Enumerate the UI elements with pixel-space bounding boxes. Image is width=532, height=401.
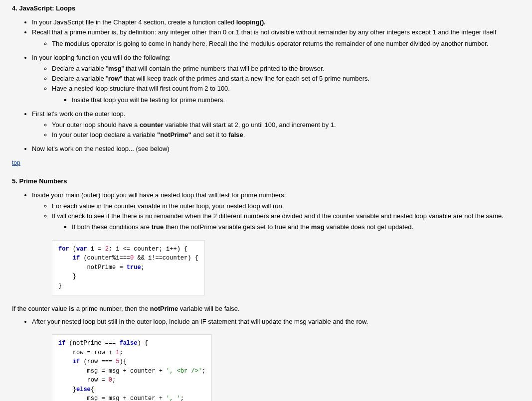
text-bold: true: [152, 223, 164, 231]
code-kw: true: [127, 264, 141, 271]
text-bold: notPrime: [150, 305, 178, 312]
text: Declare a variable ": [52, 75, 108, 82]
code: (notPrime ===: [65, 340, 119, 347]
code-kw: if: [58, 340, 65, 347]
code: row =: [58, 377, 109, 384]
code: (counter%i===: [80, 255, 130, 262]
list-item: Inside your main (outer) loop you will h…: [32, 191, 520, 200]
text: a prime number, then the: [74, 305, 150, 312]
text: .: [243, 131, 245, 138]
list-item: Now let's work on the nested loop... (se…: [32, 144, 520, 153]
code-str: ', <br />': [166, 368, 202, 375]
code: }: [58, 386, 76, 393]
text: Declare a variable ": [52, 65, 108, 72]
code-kw: if: [73, 255, 80, 262]
list-item: In your looping function you will do the…: [32, 53, 520, 62]
text: Your outer loop should have a: [52, 121, 140, 129]
code: msg = msg + counter +: [58, 395, 166, 401]
code: && i!==counter) {: [134, 255, 198, 262]
code: ;: [202, 368, 205, 375]
text-bold: row: [108, 75, 120, 82]
code: ;: [112, 377, 116, 384]
code: ) {: [137, 340, 148, 347]
list-item: In your JavaScript file in the Chapter 4…: [32, 18, 520, 27]
top-link[interactable]: top: [12, 159, 20, 166]
list-item: Have a nested loop structure that will f…: [52, 84, 520, 93]
text-bold: msg: [311, 223, 325, 231]
code: msg = msg + counter +: [58, 368, 166, 375]
code: }: [58, 273, 76, 280]
code: ; i <= counter; i++) {: [109, 246, 187, 253]
code-kw: if: [73, 358, 80, 365]
paragraph: If the counter value is a prime number, …: [12, 304, 520, 313]
text-bold: counter: [140, 121, 164, 129]
code: ;: [141, 264, 145, 271]
text: In your outer loop declare a variable: [52, 131, 157, 138]
list-item: After your nested loop but still in the …: [32, 317, 520, 326]
code-block-1: for (var i = 2; i <= counter; i++) { if …: [52, 240, 205, 295]
list-item: First let's work on the outer loop.: [32, 110, 520, 119]
code-num: 0: [109, 377, 112, 384]
list-item: Declare a variable "row" that will keep …: [52, 74, 520, 83]
text: If the counter value: [12, 305, 69, 312]
code-kw: var: [76, 246, 87, 253]
code: (: [69, 246, 76, 253]
list-item: Inside that loop you will be testing for…: [72, 96, 520, 105]
code: (row ===: [80, 358, 116, 365]
list-item: If both these conditions are true then t…: [72, 223, 520, 232]
list-item: For each value in the counter variable i…: [52, 202, 520, 211]
text-bold: false: [228, 131, 243, 138]
text: variable that will start at 2, go until …: [164, 121, 336, 129]
list-item: Declare a variable "msg" that will conta…: [52, 64, 520, 73]
text-bold: looping().: [236, 18, 266, 26]
section5-list2: After your nested loop but still in the …: [12, 317, 520, 326]
text: " that will keep track of the primes and…: [120, 75, 369, 82]
text: variable will be false.: [178, 305, 240, 312]
section5-heading: 5. Prime Numbers: [12, 177, 520, 186]
code: ){: [119, 358, 126, 365]
code: i =: [87, 246, 105, 253]
text-bold: "notPrime": [157, 131, 191, 138]
text: then the notPrime variable gets set to t…: [164, 223, 311, 231]
code-kw: else: [76, 386, 91, 393]
text-bold: is: [69, 305, 74, 312]
code: ;: [180, 395, 184, 401]
list-item: The modulus operator is going to come in…: [52, 39, 520, 48]
code-str: ', ': [166, 395, 180, 401]
code-kw: false: [119, 340, 137, 347]
text: and set it to: [191, 131, 228, 138]
code: row = row +: [58, 349, 116, 356]
list-item: Your outer loop should have a counter va…: [52, 121, 520, 130]
text: variable does not get updated.: [325, 223, 414, 231]
section4-list: In your JavaScript file in the Chapter 4…: [12, 18, 520, 153]
code-kw: for: [58, 246, 69, 253]
code: [58, 358, 73, 365]
code: }: [58, 282, 62, 289]
text: If both these conditions are: [72, 223, 152, 231]
text-bold: msg: [108, 65, 122, 72]
code: notPrime =: [58, 264, 127, 271]
code: [58, 255, 73, 262]
code-num: 2: [105, 246, 109, 253]
list-item: In your outer loop declare a variable "n…: [52, 131, 520, 139]
code-block-2: if (notPrime === false) { row = row + 1;…: [52, 334, 212, 401]
list-item: Recall that a prime number is, by defini…: [32, 28, 520, 37]
text: " that will contain the prime numbers th…: [122, 65, 324, 72]
text: In your JavaScript file in the Chapter 4…: [32, 18, 236, 26]
code: ;: [119, 349, 123, 356]
section4-heading: 4. JavaScript: Loops: [12, 4, 520, 13]
list-item: If will check to see if the there is no …: [52, 212, 520, 221]
section5-list: Inside your main (outer) loop you will h…: [12, 191, 520, 232]
code: {: [91, 386, 94, 393]
